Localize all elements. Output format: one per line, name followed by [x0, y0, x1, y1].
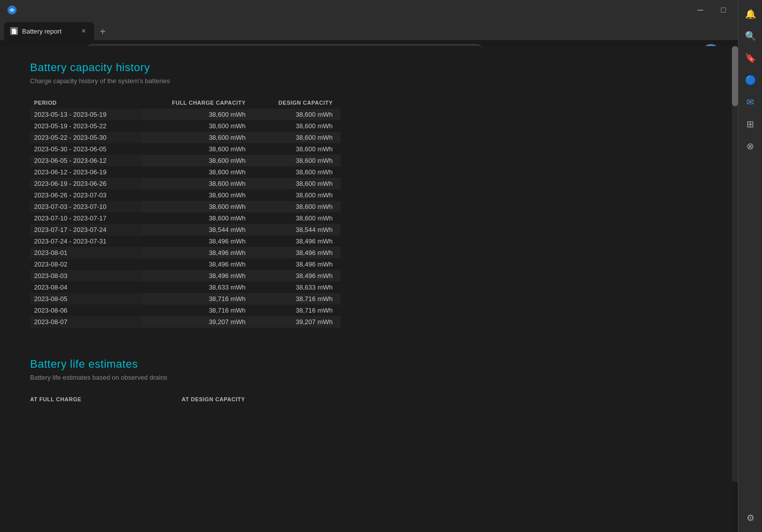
table-row: 2023-06-05 - 2023-06-1238,600 mWh38,600 … — [30, 155, 341, 166]
cell-design: 38,600 mWh — [253, 212, 341, 224]
cell-full-charge: 38,496 mWh — [141, 258, 254, 270]
cell-period: 2023-07-03 - 2023-07-10 — [30, 201, 141, 212]
cell-period: 2023-08-06 — [30, 305, 141, 316]
tab-favicon: 📄 — [10, 27, 18, 35]
cell-design: 38,600 mWh — [253, 120, 341, 132]
cell-full-charge: 38,496 mWh — [141, 235, 254, 247]
cell-period: 2023-06-19 - 2023-06-26 — [30, 178, 141, 189]
cell-period: 2023-07-24 - 2023-07-31 — [30, 235, 141, 247]
cell-full-charge: 38,600 mWh — [141, 212, 254, 224]
col-design: DESIGN CAPACITY — [253, 97, 341, 109]
minimize-button[interactable]: ─ — [689, 0, 712, 20]
cell-design: 38,496 mWh — [253, 247, 341, 258]
capacity-section: Battery capacity history Charge capacity… — [30, 61, 702, 328]
table-row: 2023-07-03 - 2023-07-1038,600 mWh38,600 … — [30, 201, 341, 212]
cell-full-charge: 38,716 mWh — [141, 305, 254, 316]
side-panel: 🔔 🔍 🔖 🔵 ✉ ⊞ ⊗ ⚙ — [738, 0, 762, 532]
life-col1: AT FULL CHARGE — [30, 396, 82, 402]
table-header-row: PERIOD FULL CHARGE CAPACITY DESIGN CAPAC… — [30, 97, 341, 109]
cell-full-charge: 39,207 mWh — [141, 316, 254, 328]
table-row: 2023-08-0238,496 mWh38,496 mWh — [30, 258, 341, 270]
cell-design: 38,600 mWh — [253, 189, 341, 201]
side-bookmark-icon[interactable]: 🔖 — [740, 48, 760, 68]
table-row: 2023-07-17 - 2023-07-2438,544 mWh38,544 … — [30, 224, 341, 235]
life-title: Battery life estimates — [30, 358, 702, 371]
life-section: Battery life estimates Battery life esti… — [30, 358, 702, 405]
cell-full-charge: 38,600 mWh — [141, 178, 254, 189]
table-row: 2023-05-19 - 2023-05-2238,600 mWh38,600 … — [30, 120, 341, 132]
table-row: 2023-05-13 - 2023-05-1938,600 mWh38,600 … — [30, 109, 341, 120]
cell-full-charge: 38,600 mWh — [141, 155, 254, 166]
maximize-button[interactable]: □ — [712, 0, 735, 20]
cell-period: 2023-06-26 - 2023-07-03 — [30, 189, 141, 201]
col-full-charge: FULL CHARGE CAPACITY — [141, 97, 254, 109]
cell-full-charge: 38,600 mWh — [141, 120, 254, 132]
cell-full-charge: 38,600 mWh — [141, 143, 254, 155]
side-outlook-icon[interactable]: ✉ — [740, 92, 760, 112]
cell-period: 2023-06-05 - 2023-06-12 — [30, 155, 141, 166]
cell-full-charge: 38,600 mWh — [141, 201, 254, 212]
cell-design: 38,496 mWh — [253, 258, 341, 270]
cell-full-charge: 38,600 mWh — [141, 189, 254, 201]
table-row: 2023-08-0638,716 mWh38,716 mWh — [30, 305, 341, 316]
table-row: 2023-05-22 - 2023-05-3038,600 mWh38,600 … — [30, 132, 341, 143]
cell-design: 38,496 mWh — [253, 235, 341, 247]
side-apps-icon[interactable]: ⊞ — [740, 114, 760, 134]
cell-full-charge: 38,600 mWh — [141, 132, 254, 143]
cell-period: 2023-05-30 - 2023-06-05 — [30, 143, 141, 155]
capacity-title: Battery capacity history — [30, 61, 702, 74]
tab-title: Battery report — [22, 28, 75, 35]
tabs-bar: 📄 Battery report ✕ + — [0, 20, 762, 40]
cell-full-charge: 38,600 mWh — [141, 166, 254, 178]
cell-design: 38,600 mWh — [253, 178, 341, 189]
cell-period: 2023-05-19 - 2023-05-22 — [30, 120, 141, 132]
cell-period: 2023-08-02 — [30, 258, 141, 270]
table-row: 2023-08-0538,716 mWh38,716 mWh — [30, 293, 341, 305]
title-bar: ─ □ ✕ — [0, 0, 762, 20]
cell-period: 2023-08-01 — [30, 247, 141, 258]
table-row: 2023-05-30 - 2023-06-0538,600 mWh38,600 … — [30, 143, 341, 155]
col-period: PERIOD — [30, 97, 141, 109]
tab-close-button[interactable]: ✕ — [79, 27, 88, 36]
active-tab[interactable]: 📄 Battery report ✕ — [4, 22, 94, 40]
cell-period: 2023-08-04 — [30, 282, 141, 293]
cell-design: 38,600 mWh — [253, 155, 341, 166]
cell-period: 2023-05-22 - 2023-05-30 — [30, 132, 141, 143]
table-row: 2023-06-26 - 2023-07-0338,600 mWh38,600 … — [30, 189, 341, 201]
life-subtitle: Battery life estimates based on observed… — [30, 374, 702, 381]
cell-design: 38,496 mWh — [253, 270, 341, 282]
life-col2: AT DESIGN CAPACITY — [182, 396, 245, 402]
cell-design: 39,207 mWh — [253, 316, 341, 328]
cell-period: 2023-06-12 - 2023-06-19 — [30, 166, 141, 178]
cell-period: 2023-08-03 — [30, 270, 141, 282]
table-row: 2023-08-0438,633 mWh38,633 mWh — [30, 282, 341, 293]
side-unknown-icon[interactable]: ⊗ — [740, 136, 760, 156]
table-row: 2023-07-24 - 2023-07-3138,496 mWh38,496 … — [30, 235, 341, 247]
table-row: 2023-06-12 - 2023-06-1938,600 mWh38,600 … — [30, 166, 341, 178]
cell-design: 38,600 mWh — [253, 109, 341, 120]
scrollbar-track — [732, 46, 738, 482]
cell-period: 2023-07-10 - 2023-07-17 — [30, 212, 141, 224]
capacity-subtitle: Charge capacity history of the system's … — [30, 77, 702, 85]
cell-period: 2023-07-17 - 2023-07-24 — [30, 224, 141, 235]
scrollbar-thumb[interactable] — [732, 46, 738, 106]
side-settings-icon[interactable]: ⚙ — [740, 508, 760, 528]
cell-full-charge: 38,600 mWh — [141, 109, 254, 120]
table-row: 2023-07-10 - 2023-07-1738,600 mWh38,600 … — [30, 212, 341, 224]
new-tab-button[interactable]: + — [94, 23, 111, 40]
cell-design: 38,600 mWh — [253, 201, 341, 212]
side-search-icon[interactable]: 🔍 — [740, 26, 760, 46]
side-extensions-icon[interactable]: 🔵 — [740, 70, 760, 90]
cell-period: 2023-08-07 — [30, 316, 141, 328]
page-content: Battery capacity history Charge capacity… — [0, 46, 732, 420]
table-row: 2023-08-0338,496 mWh38,496 mWh — [30, 270, 341, 282]
cell-design: 38,633 mWh — [253, 282, 341, 293]
cell-full-charge: 38,716 mWh — [141, 293, 254, 305]
capacity-table: PERIOD FULL CHARGE CAPACITY DESIGN CAPAC… — [30, 97, 341, 328]
side-notifications-icon[interactable]: 🔔 — [740, 4, 760, 24]
cell-design: 38,600 mWh — [253, 143, 341, 155]
table-row: 2023-08-0739,207 mWh39,207 mWh — [30, 316, 341, 328]
cell-period: 2023-05-13 - 2023-05-19 — [30, 109, 141, 120]
cell-full-charge: 38,496 mWh — [141, 247, 254, 258]
cell-full-charge: 38,496 mWh — [141, 270, 254, 282]
